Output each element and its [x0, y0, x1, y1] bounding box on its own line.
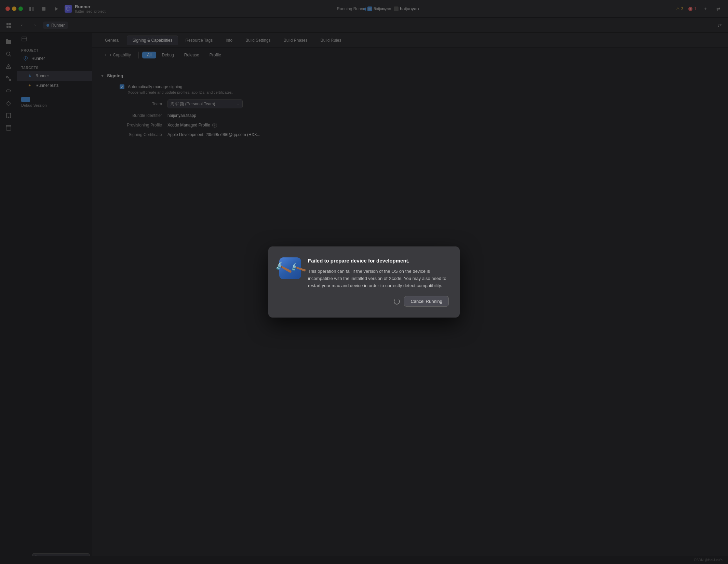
dialog-title: Failed to prepare device for development…: [308, 257, 449, 264]
dialog-app-icon: 🔨: [279, 257, 301, 279]
dialog: 🔨 Failed to prepare device for developme…: [268, 246, 460, 318]
dialog-body: Failed to prepare device for development…: [308, 257, 449, 307]
cancel-running-button[interactable]: Cancel Running: [404, 296, 449, 307]
dialog-overlay: 🔨 Failed to prepare device for developme…: [0, 0, 728, 564]
loading-spinner: [394, 298, 400, 305]
dialog-footer: Cancel Running: [308, 296, 449, 307]
dialog-description: This operation can fail if the version o…: [308, 268, 449, 289]
